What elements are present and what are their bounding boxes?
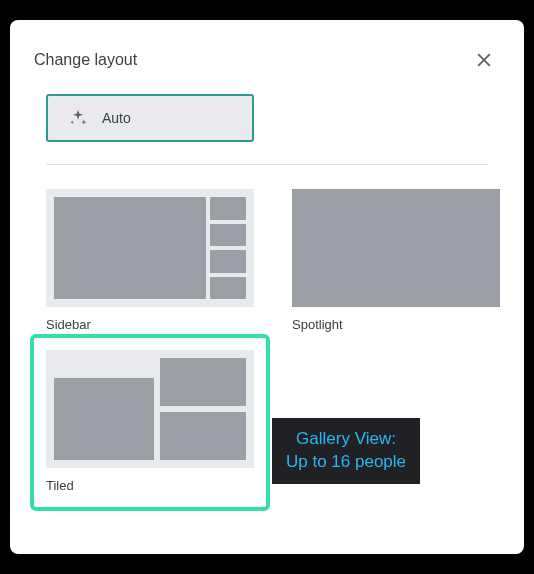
spotlight-label: Spotlight — [292, 317, 500, 332]
tiled-thumbnail — [46, 350, 254, 468]
close-icon — [474, 50, 494, 70]
tiled-label: Tiled — [46, 478, 254, 493]
tiled-highlight: Tiled — [30, 334, 270, 511]
spotlight-thumbnail — [292, 189, 500, 307]
layout-options-grid: Sidebar Spotlight Tiled — [34, 189, 500, 493]
layout-option-tiled[interactable]: Tiled — [46, 350, 254, 493]
close-button[interactable] — [468, 44, 500, 76]
dialog-header: Change layout — [34, 44, 500, 76]
layout-option-sidebar[interactable]: Sidebar — [46, 189, 254, 332]
sparkle-icon — [68, 108, 88, 128]
tooltip-line-1: Gallery View: — [286, 428, 406, 451]
sidebar-thumbnail — [46, 189, 254, 307]
tooltip: Gallery View: Up to 16 people — [272, 418, 420, 484]
auto-label: Auto — [102, 110, 131, 126]
sidebar-label: Sidebar — [46, 317, 254, 332]
change-layout-dialog: Change layout Auto — [10, 20, 524, 554]
layout-option-auto[interactable]: Auto — [46, 94, 254, 142]
dialog-title: Change layout — [34, 51, 137, 69]
divider — [46, 164, 488, 165]
tooltip-line-2: Up to 16 people — [286, 451, 406, 474]
layout-option-spotlight[interactable]: Spotlight — [292, 189, 500, 332]
